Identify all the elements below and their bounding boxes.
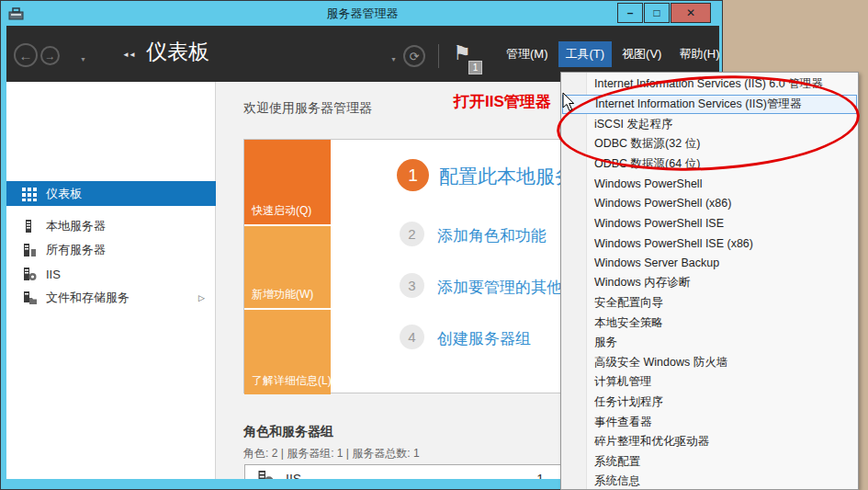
page-title: 仪表板 — [146, 38, 209, 66]
tools-menu-item[interactable]: 碎片整理和优化驱动器 — [561, 432, 858, 452]
titlebar[interactable]: 服务器管理器 – □ ✕ — [1, 1, 722, 26]
notification-count-badge[interactable]: 1 — [468, 61, 482, 74]
tools-menu-item-label: 计算机管理 — [594, 374, 652, 390]
collapse-breadcrumb-icon[interactable]: ◄◄ — [122, 51, 135, 59]
tools-menu-item-label: Windows PowerShell — [594, 177, 702, 190]
tools-menu-item[interactable]: Windows PowerShell ISE (x86) — [561, 234, 858, 254]
tools-menu-item-label: 系统信息 — [594, 473, 640, 489]
iis-tile-icon — [256, 471, 275, 479]
sidebar: 仪表板 本地服务器 所有服务器 — [6, 82, 216, 479]
step-2-link[interactable]: 添加角色和功能 — [437, 225, 547, 246]
tools-menu-item[interactable]: Windows PowerShell — [561, 174, 858, 194]
quick-start-tile[interactable]: 快速启动(Q) — [244, 140, 331, 224]
tools-menu-item[interactable]: 计算机管理 — [561, 372, 858, 393]
step-4-badge: 4 — [400, 325, 424, 349]
tools-menu-item[interactable]: 系统配置 — [561, 452, 858, 473]
menubar-item-label: 帮助(H) — [679, 47, 719, 61]
sidebar-item-label: 本地服务器 — [46, 218, 106, 234]
tools-menu-item-label: 本地安全策略 — [594, 315, 663, 331]
mouse-cursor — [562, 92, 577, 112]
menubar-item-label: 管理(M) — [506, 47, 548, 61]
sidebar-item-label: 所有服务器 — [46, 242, 106, 258]
tools-menu-item-label: 系统配置 — [594, 454, 640, 470]
tools-menu-item[interactable]: 服务 — [561, 333, 858, 353]
sidebar-item-label: IIS — [46, 268, 61, 281]
menubar-item[interactable]: 帮助(H) — [671, 41, 727, 67]
dashboard-grid-icon — [22, 187, 37, 201]
sidebar-item-label: 仪表板 — [46, 186, 82, 202]
tools-menu-item[interactable]: Windows Server Backup — [561, 253, 858, 273]
tools-menu-item[interactable]: Windows PowerShell (x86) — [561, 194, 858, 214]
step-2-badge: 2 — [400, 222, 424, 246]
forward-button[interactable]: → — [40, 46, 60, 65]
whats-new-label: 新增功能(W) — [252, 287, 313, 302]
step-4-link[interactable]: 创建服务器组 — [437, 328, 531, 349]
scope-dropdown-icon[interactable]: ▼ — [390, 56, 397, 63]
desktop: 服务器管理器 – □ ✕ ← → ▼ ◄◄ 仪表板 ▼ ⟳ ⚑ 1 管理(M) — [0, 0, 868, 490]
back-button[interactable]: ← — [14, 43, 38, 67]
tools-menu-item-label: Windows Server Backup — [594, 256, 719, 269]
tools-menu-item[interactable]: 高级安全 Windows 防火墙 — [561, 353, 858, 373]
minimize-button[interactable]: – — [617, 3, 643, 23]
menubar-item-label: 视图(V) — [622, 47, 661, 61]
learn-more-tile[interactable]: 了解详细信息(L) — [244, 310, 331, 394]
iis-role-tile[interactable]: IIS 1 — [244, 464, 563, 479]
all-servers-icon — [22, 243, 37, 257]
maximize-button[interactable]: □ — [644, 3, 670, 23]
roles-groups-heading: 角色和服务器组 — [243, 424, 333, 440]
tools-menu-item-label: Windows PowerShell ISE — [594, 217, 724, 230]
sidebar-item-all-servers[interactable]: 所有服务器 — [6, 238, 216, 262]
tools-menu-item-label: 服务 — [594, 335, 617, 350]
tools-menu-item-label: 高级安全 Windows 防火墙 — [594, 355, 727, 370]
sidebar-item-local-server[interactable]: 本地服务器 — [6, 214, 216, 238]
menubar-item[interactable]: 管理(M) — [499, 41, 556, 67]
tools-menu-item-label: 碎片整理和优化驱动器 — [594, 434, 709, 450]
quick-start-label: 快速启动(Q) — [252, 203, 311, 219]
tools-menu-item-label: 安全配置向导 — [594, 295, 663, 311]
tools-menu-item-label: Windows 内存诊断 — [594, 275, 690, 291]
step-1-badge: 1 — [397, 159, 429, 191]
header-separator — [438, 44, 439, 68]
close-button[interactable]: ✕ — [671, 3, 711, 23]
open-iis-annotation: 打开IIS管理器 — [454, 91, 551, 112]
learn-more-label: 了解详细信息(L) — [252, 373, 332, 389]
sidebar-item-label: 文件和存储服务 — [46, 290, 130, 306]
roles-groups-summary: 角色: 2 | 服务器组: 1 | 服务器总数: 1 — [243, 446, 420, 462]
tools-menu-item[interactable]: 任务计划程序 — [561, 393, 858, 413]
window-title: 服务器管理器 — [1, 6, 724, 22]
tools-menu-item-label: Windows PowerShell (x86) — [594, 197, 731, 210]
menubar-item[interactable]: 工具(T) — [558, 41, 613, 67]
iis-tile-label: IIS — [286, 472, 301, 479]
file-storage-icon — [22, 291, 37, 305]
iis-server-icon — [22, 267, 37, 281]
menubar-item-label: 工具(T) — [566, 47, 605, 61]
tools-menu-item-label: 任务计划程序 — [594, 394, 663, 410]
step-3-badge: 3 — [400, 273, 424, 298]
tools-menu-item[interactable]: Windows PowerShell ISE — [561, 213, 858, 234]
tools-menu-item[interactable]: Windows 内存诊断 — [561, 273, 858, 293]
tools-menu-item[interactable]: 安全配置向导 — [561, 293, 858, 313]
welcome-heading: 欢迎使用服务器管理器 — [243, 100, 372, 117]
tools-menu-item[interactable]: 本地安全策略 — [561, 313, 858, 333]
menubar-item[interactable]: 视图(V) — [614, 41, 669, 67]
nav-history-dropdown-icon[interactable]: ▼ — [80, 56, 86, 63]
iis-tile-count: 1 — [536, 472, 544, 479]
tools-menu-item[interactable]: 系统信息 — [561, 472, 858, 490]
local-server-icon — [22, 219, 37, 234]
submenu-arrow-icon[interactable]: ▷ — [198, 293, 205, 302]
tools-menu-item[interactable]: 事件查看器 — [561, 412, 858, 432]
sidebar-item-dashboard[interactable]: 仪表板 — [6, 181, 216, 206]
whats-new-tile[interactable]: 新增功能(W) — [244, 226, 331, 308]
tools-menu-item-label: Windows PowerShell ISE (x86) — [594, 237, 753, 250]
refresh-icon[interactable]: ⟳ — [403, 45, 425, 67]
sidebar-item-file-storage-services[interactable]: 文件和存储服务 ▷ — [6, 286, 216, 310]
tools-menu-item-label: 事件查看器 — [594, 415, 652, 430]
sidebar-item-iis[interactable]: IIS — [6, 262, 216, 286]
